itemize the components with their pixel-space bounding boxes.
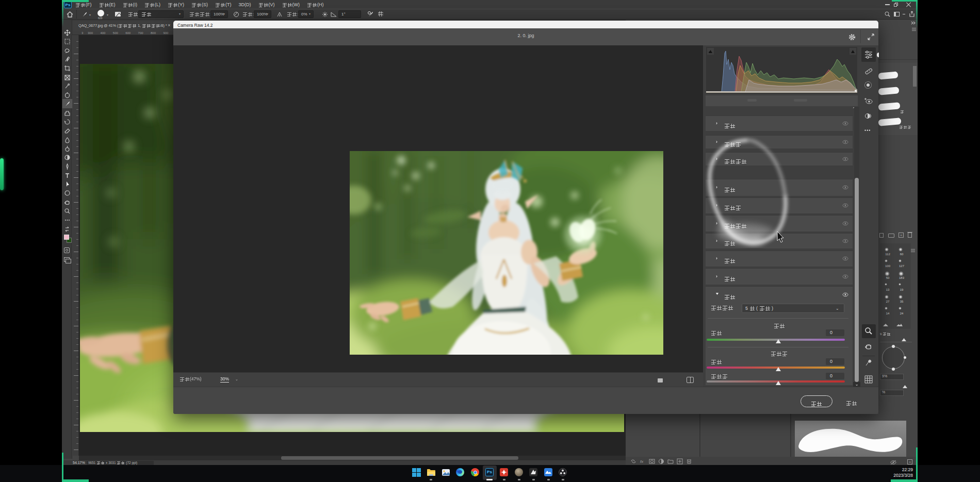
svg-text:fx: fx	[640, 459, 644, 464]
